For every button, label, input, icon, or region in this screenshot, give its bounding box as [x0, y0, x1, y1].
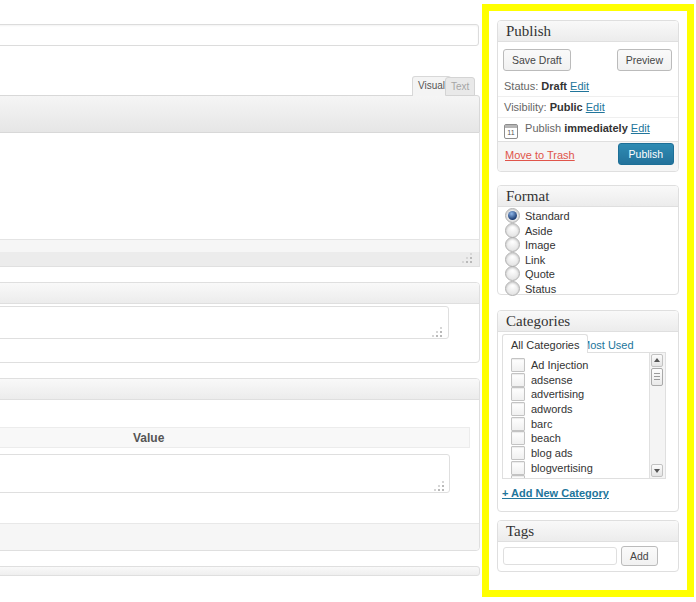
add-tag-button[interactable]: Add: [621, 546, 658, 566]
schedule-label: Publish: [525, 122, 561, 134]
format-option-status[interactable]: Status: [505, 281, 556, 294]
preview-button[interactable]: Preview: [617, 49, 672, 71]
editor-resize-bar[interactable]: [0, 252, 480, 267]
category-item[interactable]: buddycamp: [511, 475, 588, 479]
calendar-icon: 11: [504, 124, 518, 139]
tags-metabox-title: Tags: [498, 521, 678, 542]
textarea-grip-icon[interactable]: [432, 327, 444, 339]
format-option-label: Quote: [525, 268, 555, 280]
custom-fields-value-header: Value: [0, 427, 470, 448]
checkbox-icon[interactable]: [511, 373, 525, 387]
tab-most-used[interactable]: Most Used: [581, 339, 634, 351]
radio-icon[interactable]: [505, 281, 520, 296]
custom-field-value-textarea[interactable]: [0, 454, 450, 493]
publish-button[interactable]: Publish: [618, 143, 674, 165]
checkbox-icon[interactable]: [511, 402, 525, 416]
checkbox-icon[interactable]: [511, 417, 525, 431]
radio-icon[interactable]: [505, 237, 520, 252]
divider: [498, 96, 678, 97]
category-label: advertising: [531, 388, 584, 400]
excerpt-textarea[interactable]: [0, 306, 449, 339]
category-item[interactable]: blogvertising: [511, 461, 593, 474]
categories-metabox-title: Categories: [498, 311, 678, 332]
format-option-standard[interactable]: Standard: [505, 208, 570, 221]
category-label: barc: [531, 418, 552, 430]
radio-selected-icon[interactable]: [505, 208, 520, 223]
tab-all-categories[interactable]: All Categories: [502, 334, 588, 353]
format-option-link[interactable]: Link: [505, 252, 545, 265]
publish-metabox-title: Publish: [498, 21, 678, 42]
visibility-edit-link[interactable]: Edit: [586, 101, 605, 113]
tab-text[interactable]: Text: [445, 77, 475, 96]
category-label: Ad Injection: [531, 359, 588, 371]
format-option-label: Image: [525, 239, 556, 251]
tags-input[interactable]: [503, 547, 617, 565]
format-option-image[interactable]: Image: [505, 237, 556, 250]
category-item[interactable]: adwords: [511, 402, 573, 415]
excerpt-metabox-header[interactable]: [0, 283, 479, 304]
checkbox-icon[interactable]: [511, 475, 525, 479]
status-label: Status:: [504, 80, 538, 92]
format-option-aside[interactable]: Aside: [505, 223, 553, 236]
collapsed-metabox-header[interactable]: [0, 566, 480, 576]
category-checklist: Ad Injection adsense advertising adwords…: [502, 352, 666, 479]
scroll-down-icon[interactable]: [651, 464, 663, 477]
add-new-category-link[interactable]: + Add New Category: [502, 487, 609, 499]
format-option-label: Aside: [525, 225, 553, 237]
status-row: Status: Draft Edit: [504, 80, 674, 92]
category-label: beach: [531, 432, 561, 444]
post-edit-screen: Visual Text Value Publish Save Draft Pre…: [0, 0, 696, 602]
visibility-row: Visibility: Public Edit: [504, 101, 674, 113]
status-edit-link[interactable]: Edit: [570, 80, 589, 92]
save-draft-button[interactable]: Save Draft: [503, 49, 571, 71]
schedule-edit-link[interactable]: Edit: [631, 122, 650, 134]
checkbox-icon[interactable]: [511, 446, 525, 460]
checkbox-icon[interactable]: [511, 387, 525, 401]
checkbox-icon[interactable]: [511, 358, 525, 372]
format-option-label: Status: [525, 283, 556, 295]
category-item[interactable]: advertising: [511, 387, 584, 400]
custom-fields-metabox-header[interactable]: [0, 379, 479, 400]
category-label: blogvertising: [531, 462, 593, 474]
category-item[interactable]: adsense: [511, 373, 573, 386]
scrollbar[interactable]: [649, 353, 665, 478]
format-option-label: Standard: [525, 210, 570, 222]
move-to-trash-link[interactable]: Move to Trash: [505, 149, 575, 161]
editor-resize-grip-icon[interactable]: [462, 253, 474, 265]
radio-icon[interactable]: [505, 266, 520, 281]
category-label: buddycamp: [531, 476, 588, 479]
format-option-quote[interactable]: Quote: [505, 266, 555, 279]
radio-icon[interactable]: [505, 223, 520, 238]
visibility-label: Visibility:: [504, 101, 547, 113]
checkbox-icon[interactable]: [511, 431, 525, 445]
editor-toolbar: [0, 95, 480, 133]
visibility-value: Public: [550, 101, 583, 113]
scroll-up-icon[interactable]: [651, 354, 663, 367]
textarea-grip-icon[interactable]: [434, 481, 446, 493]
schedule-value: immediately: [564, 122, 628, 134]
editor-content-area[interactable]: [0, 133, 480, 239]
category-item[interactable]: blog ads: [511, 446, 573, 459]
checkbox-icon[interactable]: [511, 461, 525, 475]
custom-fields-footer: [0, 523, 479, 550]
scrollbar-thumb[interactable]: [651, 368, 663, 386]
status-value: Draft: [541, 80, 567, 92]
format-option-label: Link: [525, 254, 545, 266]
post-title-input[interactable]: [0, 24, 479, 46]
schedule-row: 11 Publish immediately Edit: [504, 122, 674, 139]
radio-icon[interactable]: [505, 252, 520, 267]
category-item[interactable]: barc: [511, 417, 552, 430]
editor-status-bar: [0, 239, 480, 253]
category-item[interactable]: beach: [511, 431, 561, 444]
format-metabox-title: Format: [498, 186, 678, 207]
category-label: blog ads: [531, 447, 573, 459]
category-label: adsense: [531, 374, 573, 386]
category-item[interactable]: Ad Injection: [511, 358, 588, 371]
divider: [498, 117, 678, 118]
category-label: adwords: [531, 403, 573, 415]
